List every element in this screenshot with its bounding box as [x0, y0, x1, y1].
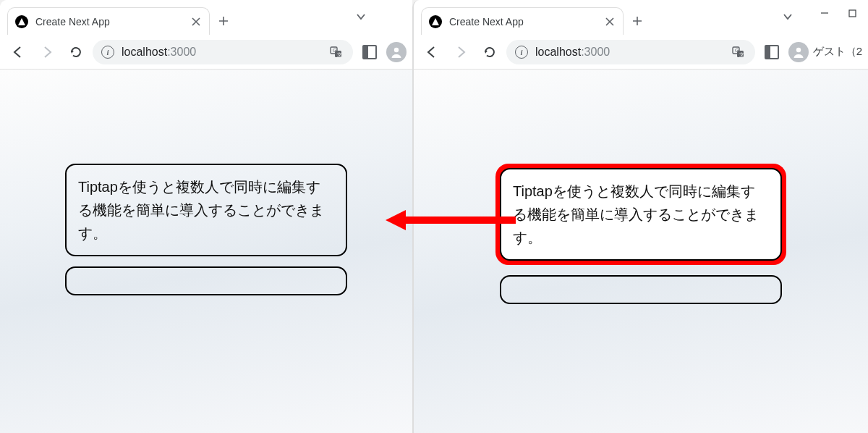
- tab-strip: Create Next App: [0, 0, 412, 35]
- svg-marker-7: [432, 18, 439, 25]
- editor-content-box[interactable]: Tiptapを使うと複数人で同時に編集する機能を簡単に導入することができます。: [500, 168, 782, 261]
- close-icon[interactable]: [604, 16, 616, 28]
- forward-button[interactable]: [448, 40, 473, 64]
- maximize-button[interactable]: [842, 4, 862, 22]
- side-panel-button[interactable]: [357, 40, 382, 64]
- tab-search-icon[interactable]: [780, 9, 796, 25]
- side-panel-button[interactable]: [760, 40, 784, 64]
- editor-empty-box[interactable]: [500, 275, 782, 304]
- reload-button[interactable]: [64, 40, 88, 64]
- svg-text:G: G: [735, 48, 739, 53]
- window-controls: [814, 4, 862, 22]
- new-tab-button[interactable]: [626, 10, 648, 32]
- side-panel-icon: [362, 45, 377, 59]
- sync-highlight: Tiptapを使うと複数人で同時に編集する機能を簡単に導入することができます。: [495, 164, 786, 265]
- svg-marker-9: [485, 51, 488, 54]
- back-button[interactable]: [6, 40, 30, 64]
- editor-content-box[interactable]: Tiptapを使うと複数人で同時に編集する機能を簡単に導入することができます。: [65, 164, 347, 256]
- guest-label: ゲスト（2: [813, 45, 862, 59]
- side-panel-icon: [765, 45, 779, 59]
- site-info-icon[interactable]: i: [515, 46, 528, 59]
- toolbar: i localhost:3000 G文: [0, 35, 412, 70]
- tab-search-icon[interactable]: [353, 9, 369, 25]
- address-bar[interactable]: i localhost:3000 G文: [93, 40, 353, 64]
- tab-title: Create Next App: [449, 16, 597, 28]
- page-viewport: Tiptapを使うと複数人で同時に編集する機能を簡単に導入することができます。: [414, 70, 868, 433]
- favicon-icon: [15, 15, 28, 28]
- svg-marker-0: [18, 18, 25, 25]
- svg-rect-8: [849, 10, 856, 17]
- tab-strip: Create Next App: [414, 0, 868, 35]
- svg-text:文: 文: [337, 51, 342, 56]
- toolbar: i localhost:3000 G文 ゲスト（2: [414, 35, 868, 70]
- svg-point-6: [394, 47, 399, 51]
- browser-tab[interactable]: Create Next App: [421, 7, 624, 35]
- browser-window-right: Create Next App: [412, 0, 868, 433]
- address-bar[interactable]: i localhost:3000 G文: [506, 40, 755, 64]
- url-text: localhost:3000: [535, 46, 610, 59]
- close-icon[interactable]: [190, 16, 202, 28]
- new-tab-button[interactable]: [213, 10, 234, 32]
- back-button[interactable]: [420, 40, 444, 64]
- reload-button[interactable]: [477, 40, 502, 64]
- browser-tab[interactable]: Create Next App: [7, 7, 210, 35]
- svg-marker-1: [71, 51, 74, 54]
- translate-icon[interactable]: G文: [328, 44, 344, 60]
- svg-text:文: 文: [739, 51, 744, 56]
- profile-avatar[interactable]: [386, 42, 407, 62]
- translate-icon[interactable]: G文: [731, 44, 746, 60]
- minimize-button[interactable]: [814, 4, 835, 22]
- favicon-icon: [429, 15, 442, 28]
- profile-avatar[interactable]: [788, 42, 809, 62]
- browser-window-left: Create Next App i localhost:3000: [0, 0, 412, 433]
- svg-point-14: [796, 47, 800, 51]
- editor-empty-box[interactable]: [65, 266, 347, 295]
- url-text: localhost:3000: [122, 46, 196, 59]
- page-viewport: Tiptapを使うと複数人で同時に編集する機能を簡単に導入することができます。: [0, 70, 412, 433]
- forward-button[interactable]: [35, 40, 59, 64]
- site-info-icon[interactable]: i: [101, 46, 114, 59]
- svg-text:G: G: [333, 48, 336, 53]
- tab-title: Create Next App: [35, 16, 183, 28]
